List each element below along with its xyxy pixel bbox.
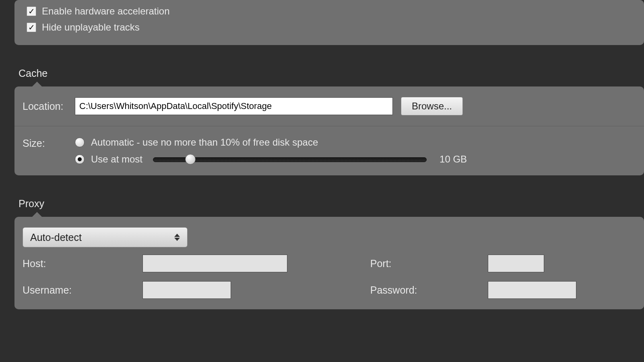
hw-accel-row: ✓ Enable hardware acceleration [27, 3, 632, 19]
proxy-fields: Host: Port: Username: Password: [14, 255, 644, 309]
proxy-panel: Auto-detect Host: Port: Username: Passwo… [14, 217, 644, 309]
cache-location-row: Location: Browse... [14, 86, 644, 126]
cache-size-options: Automatic - use no more than 10% of free… [75, 137, 636, 165]
proxy-port-label: Port: [370, 258, 477, 269]
browse-button[interactable]: Browse... [401, 97, 463, 115]
hide-tracks-label: Hide unplayable tracks [42, 22, 140, 33]
proxy-mode-value: Auto-detect [30, 232, 82, 243]
cache-section-title: Cache [19, 68, 644, 79]
proxy-username-label: Username: [23, 284, 131, 296]
size-atmost-label: Use at most [91, 154, 142, 165]
hide-tracks-checkbox[interactable]: ✓ [27, 23, 36, 32]
proxy-port-input[interactable] [488, 255, 544, 272]
proxy-mode-row: Auto-detect [14, 217, 644, 255]
proxy-host-input[interactable] [142, 255, 287, 272]
size-atmost-radio[interactable] [75, 154, 85, 164]
hw-accel-checkbox[interactable]: ✓ [27, 6, 36, 16]
size-auto-radio[interactable] [75, 138, 85, 147]
proxy-mode-select[interactable]: Auto-detect [23, 227, 188, 247]
hw-accel-label: Enable hardware acceleration [42, 6, 170, 17]
size-auto-row: Automatic - use no more than 10% of free… [75, 137, 636, 148]
slider-thumb[interactable] [185, 154, 196, 165]
proxy-host-label: Host: [23, 258, 131, 269]
cache-location-label: Location: [23, 101, 75, 112]
slider-value-label: 10 GB [440, 154, 467, 165]
select-arrows-icon [174, 234, 180, 241]
hide-tracks-row: ✓ Hide unplayable tracks [27, 19, 632, 35]
cache-size-label: Size: [23, 137, 75, 149]
proxy-username-input[interactable] [142, 281, 231, 299]
general-panel-bottom: ✓ Enable hardware acceleration ✓ Hide un… [14, 0, 644, 45]
cache-size-slider[interactable] [153, 155, 427, 163]
size-auto-label: Automatic - use no more than 10% of free… [91, 137, 318, 148]
proxy-password-input[interactable] [488, 281, 576, 299]
size-atmost-row: Use at most 10 GB [75, 154, 636, 165]
cache-panel: Location: Browse... Size: Automatic - us… [14, 86, 644, 175]
cache-size-row: Size: Automatic - use no more than 10% o… [14, 126, 644, 175]
cache-location-input[interactable] [75, 97, 393, 115]
proxy-password-label: Password: [370, 284, 477, 296]
proxy-section-title: Proxy [19, 198, 644, 210]
